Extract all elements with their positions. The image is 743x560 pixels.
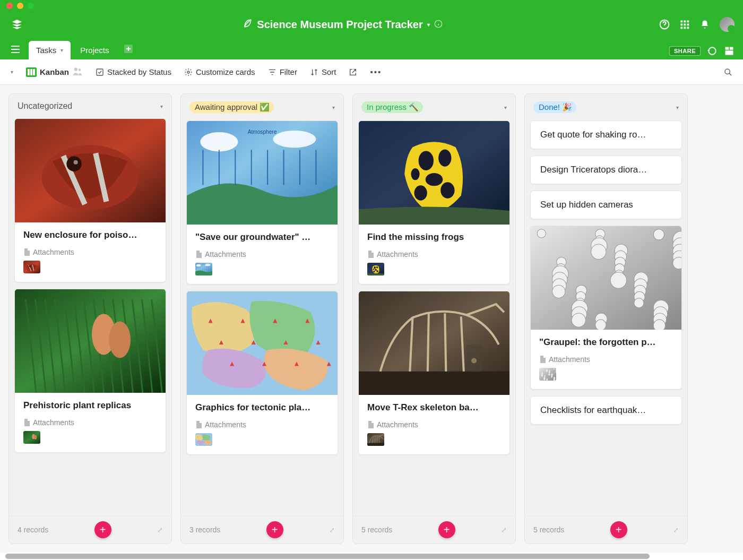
add-card-button[interactable]: + — [94, 521, 111, 538]
kanban-card[interactable]: New enclosure for poiso… Attachments — [14, 118, 166, 282]
attachments-row: Attachments — [23, 418, 157, 427]
expand-icon[interactable]: ⤢ — [673, 526, 679, 534]
expand-icon[interactable]: ⤢ — [157, 526, 163, 534]
title-dropdown-icon[interactable]: ▾ — [427, 22, 430, 28]
info-icon[interactable] — [434, 19, 443, 31]
kanban-card[interactable]: Move T-Rex skeleton ba… Attachments — [358, 291, 510, 455]
svg-point-39 — [196, 264, 201, 266]
attachments-row: Attachments — [195, 420, 329, 429]
svg-point-76 — [374, 266, 375, 269]
kanban-column-await: Awaiting approval ✅ ▾ Atmosphere "Save o… — [180, 93, 344, 544]
kanban-card[interactable]: Atmosphere "Save our groundwater" … Atta… — [186, 120, 338, 285]
sort-icon — [310, 68, 318, 76]
customize-cards-button[interactable]: Customize cards — [184, 67, 255, 76]
sort-button[interactable]: Sort — [310, 67, 336, 76]
kanban-card[interactable]: Find the missing frogs Attachments — [358, 120, 510, 285]
attachment-thumb[interactable] — [539, 368, 556, 381]
chevron-down-icon[interactable]: ▾ — [61, 47, 63, 53]
svg-rect-17 — [97, 69, 103, 75]
column-menu-icon[interactable]: ▾ — [160, 104, 163, 109]
card-title: Move T-Rex skeleton ba… — [367, 402, 501, 413]
column-status-pill: Awaiting approval ✅ — [189, 101, 274, 113]
kanban-card[interactable]: Checklists for earthquak… — [530, 396, 682, 425]
record-count: 5 records — [533, 525, 564, 534]
dots-icon: ••• — [370, 67, 382, 76]
column-menu-icon[interactable]: ▾ — [676, 105, 679, 110]
svg-point-36 — [273, 131, 316, 148]
kanban-card[interactable]: Design Triceratops diora… — [530, 156, 682, 184]
svg-point-70 — [438, 149, 451, 166]
column-header[interactable]: Done! 🎉 ▾ — [525, 94, 687, 120]
card-title: "Graupel: the forgotten p… — [539, 337, 673, 348]
attachment-thumb[interactable]: Atmosphere — [195, 263, 212, 275]
menu-icon[interactable] — [4, 41, 27, 59]
column-menu-icon[interactable]: ▾ — [332, 105, 335, 110]
stacked-by-button[interactable]: Stacked by Status — [96, 67, 171, 76]
notifications-icon[interactable] — [699, 19, 710, 30]
kanban-card[interactable]: "Graupel: the forgotten p… Attachments — [530, 226, 682, 390]
svg-rect-7 — [687, 24, 689, 26]
attachment-thumb[interactable] — [367, 433, 384, 446]
record-count: 3 records — [189, 525, 220, 534]
attachment-thumb[interactable] — [367, 263, 384, 275]
close-window-icon[interactable] — [6, 3, 13, 9]
column-header[interactable]: Uncategorized ▾ — [9, 94, 171, 118]
svg-point-33 — [34, 435, 37, 440]
add-tab-button[interactable] — [119, 40, 138, 59]
blocks-icon[interactable] — [724, 46, 735, 56]
column-body[interactable]: Atmosphere "Save our groundwater" … Atta… — [181, 120, 343, 515]
kanban-card[interactable]: Get quote for shaking ro… — [530, 120, 682, 149]
history-icon[interactable] — [707, 46, 718, 56]
svg-rect-13 — [730, 47, 733, 50]
add-card-button[interactable]: + — [610, 521, 627, 538]
share-button[interactable]: SHARE — [669, 46, 701, 56]
attachments-label: Attachments — [549, 355, 590, 364]
view-toolbar: ▾ Kanban Stacked by Status Customize car… — [0, 59, 743, 85]
project-title[interactable]: Science Museum Project Tracker — [257, 19, 422, 31]
maximize-window-icon[interactable] — [28, 3, 34, 9]
column-body[interactable]: Find the missing frogs Attachments Move … — [353, 120, 515, 515]
horizontal-scrollbar[interactable] — [0, 553, 743, 560]
views-dropdown-icon[interactable]: ▾ — [11, 69, 13, 75]
add-card-button[interactable]: + — [266, 521, 283, 538]
add-card-button[interactable]: + — [438, 521, 455, 538]
search-button[interactable] — [724, 68, 732, 76]
expand-icon[interactable]: ⤢ — [329, 526, 335, 534]
card-image: Atmosphere — [187, 121, 338, 225]
tab-projects[interactable]: Projects — [73, 41, 116, 59]
svg-point-165 — [551, 377, 552, 378]
svg-point-16 — [79, 68, 81, 71]
more-options-button[interactable]: ••• — [370, 67, 382, 76]
attachments-label: Attachments — [33, 248, 74, 256]
attachment-thumb[interactable] — [23, 431, 40, 444]
minimize-window-icon[interactable] — [17, 3, 23, 9]
column-body[interactable]: Get quote for shaking ro…Design Tricerat… — [525, 120, 687, 515]
gear-icon — [184, 68, 193, 76]
tab-tasks[interactable]: Tasks ▾ — [29, 41, 71, 59]
attachment-thumb[interactable] — [195, 433, 212, 446]
svg-point-129 — [591, 244, 606, 259]
attachments-row: Attachments — [539, 355, 673, 364]
apps-grid-icon[interactable] — [679, 19, 690, 30]
kanban-card[interactable]: Graphics for tectonic pla… Attachments — [186, 291, 338, 455]
share-view-button[interactable] — [349, 68, 357, 76]
filter-button[interactable]: Filter — [268, 67, 297, 76]
column-menu-icon[interactable]: ▾ — [504, 105, 507, 110]
view-switcher[interactable]: Kanban — [26, 67, 83, 77]
attachment-thumb[interactable] — [23, 261, 40, 273]
tab-label: Tasks — [36, 46, 56, 55]
app-logo-icon[interactable] — [8, 16, 25, 33]
kanban-card[interactable]: Set up hidden cameras — [530, 191, 682, 219]
svg-rect-31 — [23, 431, 40, 444]
help-icon[interactable] — [659, 19, 670, 30]
kanban-column-done: Done! 🎉 ▾ Get quote for shaking ro…Desig… — [524, 93, 688, 544]
column-header[interactable]: Awaiting approval ✅ ▾ — [181, 94, 343, 120]
expand-icon[interactable]: ⤢ — [501, 526, 507, 534]
column-status-pill: Done! 🎉 — [533, 101, 576, 113]
checkbox-icon — [96, 68, 104, 76]
column-header[interactable]: In progress 🔨 ▾ — [353, 94, 515, 120]
user-avatar[interactable] — [720, 17, 735, 32]
svg-point-81 — [373, 269, 374, 270]
column-body[interactable]: New enclosure for poiso… Attachments Pre… — [9, 118, 171, 515]
kanban-card[interactable]: Prehistoric plant replicas Attachments — [14, 289, 166, 453]
